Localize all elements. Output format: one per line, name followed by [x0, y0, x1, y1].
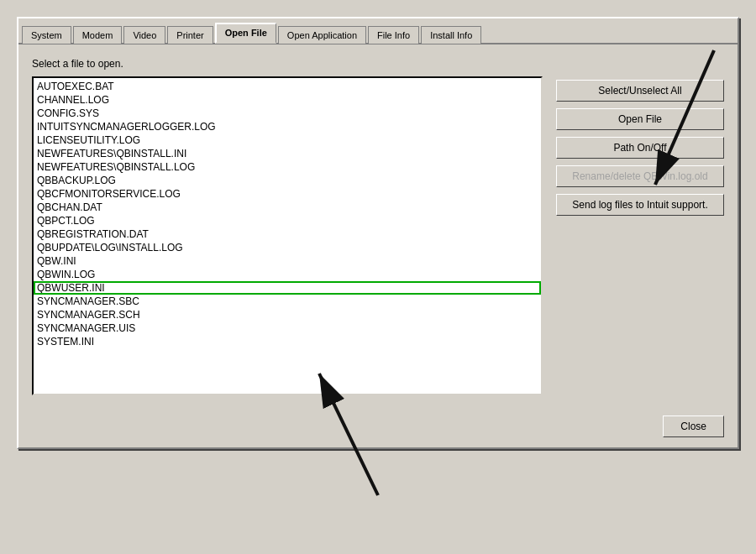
file-item[interactable]: QBCFMONITORSERVICE.LOG	[34, 187, 541, 201]
main-window: System Modem Video Printer Open File Ope…	[17, 17, 739, 449]
tab-printer[interactable]: Printer	[167, 26, 213, 44]
send-log-button[interactable]: Send log files to Intuit support.	[556, 194, 724, 216]
tab-open-file[interactable]: Open File	[215, 23, 276, 44]
file-item[interactable]: INTUITSYNCMANAGERLOGGER.LOG	[34, 120, 541, 133]
rename-delete-button[interactable]: Rename/delete QBWin.log.old	[556, 165, 724, 187]
tab-bar: System Modem Video Printer Open File Ope…	[18, 18, 738, 44]
file-item[interactable]: CHANNEL.LOG	[34, 93, 541, 107]
buttons-column: Select/Unselect All Open File Path On/Of…	[556, 76, 724, 395]
file-item[interactable]: SYNCMANAGER.SBC	[34, 295, 541, 308]
tab-modem[interactable]: Modem	[73, 26, 123, 44]
file-item[interactable]: SYNCMANAGER.SCH	[34, 308, 541, 321]
close-button[interactable]: Close	[663, 416, 724, 437]
file-item[interactable]: QBUPDATE\LOG\INSTALL.LOG	[34, 241, 541, 254]
tab-system[interactable]: System	[22, 26, 71, 44]
file-item[interactable]: NEWFEATURES\QBINSTALL.INI	[34, 147, 541, 160]
tab-open-application[interactable]: Open Application	[278, 26, 366, 44]
file-item[interactable]: QBWIN.LOG	[34, 268, 541, 281]
file-item[interactable]: QBBACKUP.LOG	[34, 174, 541, 187]
content-area: Select a file to open. AUTOEXEC.BATCHANN…	[18, 44, 738, 409]
footer: Close	[18, 409, 738, 447]
path-on-off-button[interactable]: Path On/Off	[556, 137, 724, 159]
select-unselect-all-button[interactable]: Select/Unselect All	[556, 80, 724, 102]
file-item[interactable]: QBWUSER.INI	[34, 281, 541, 295]
tab-file-info[interactable]: File Info	[368, 26, 419, 44]
tab-video[interactable]: Video	[123, 26, 165, 44]
main-row: AUTOEXEC.BATCHANNEL.LOGCONFIG.SYSINTUITS…	[32, 76, 724, 395]
file-list[interactable]: AUTOEXEC.BATCHANNEL.LOGCONFIG.SYSINTUITS…	[32, 76, 543, 395]
file-item[interactable]: AUTOEXEC.BAT	[34, 80, 541, 93]
file-item[interactable]: QBPCT.LOG	[34, 214, 541, 227]
tab-install-info[interactable]: Install Info	[421, 26, 481, 44]
file-item[interactable]: SYSTEM.INI	[34, 335, 541, 348]
file-item[interactable]: SYNCMANAGER.UIS	[34, 321, 541, 335]
file-item[interactable]: LICENSEUTILITY.LOG	[34, 133, 541, 147]
select-label: Select a file to open.	[32, 58, 724, 70]
file-item[interactable]: QBREGISTRATION.DAT	[34, 227, 541, 241]
file-item[interactable]: NEWFEATURES\QBINSTALL.LOG	[34, 160, 541, 174]
file-item[interactable]: QBW.INI	[34, 254, 541, 268]
file-list-container: AUTOEXEC.BATCHANNEL.LOGCONFIG.SYSINTUITS…	[32, 76, 543, 395]
file-item[interactable]: QBCHAN.DAT	[34, 201, 541, 214]
open-file-button[interactable]: Open File	[556, 108, 724, 130]
file-item[interactable]: CONFIG.SYS	[34, 107, 541, 120]
